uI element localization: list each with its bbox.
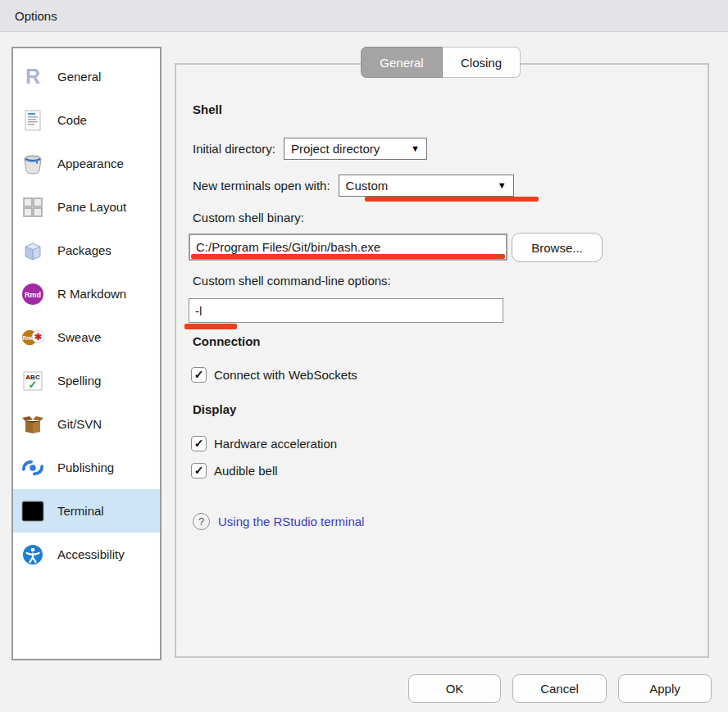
connection-heading: Connection — [193, 334, 261, 348]
ok-button[interactable]: OK — [408, 674, 501, 703]
sidebar-item-label: Code — [57, 113, 87, 127]
sidebar-item-pane-layout[interactable]: Pane Layout — [13, 185, 160, 229]
websockets-label: Connect with WebSockets — [214, 368, 357, 382]
browse-button[interactable]: Browse... — [512, 233, 603, 262]
sidebar-item-label: Publishing — [57, 460, 114, 474]
window-title: Options — [15, 9, 57, 23]
code-document-icon — [21, 109, 44, 132]
sidebar-item-publishing[interactable]: Publishing — [13, 446, 160, 489]
sidebar-item-label: Terminal — [57, 504, 104, 518]
audible-bell-label: Audible bell — [214, 464, 278, 478]
custom-options-input[interactable] — [189, 298, 503, 323]
sidebar-item-git-svn[interactable]: Git/SVN — [13, 402, 160, 446]
sidebar-item-appearance[interactable]: Appearance — [13, 142, 160, 185]
chevron-down-icon: ▼ — [411, 143, 420, 153]
initial-directory-select[interactable]: Project directory ▼ — [284, 138, 427, 160]
sweave-icon: Rnw ✱ — [21, 326, 44, 349]
tab-closing[interactable]: Closing — [443, 47, 521, 78]
rstudio-terminal-help-link[interactable]: Using the RStudio terminal — [218, 515, 364, 528]
initial-directory-row: Initial directory: Project directory ▼ — [193, 137, 427, 160]
terminal-options-panel: Shell Initial directory: Project directo… — [175, 63, 709, 658]
sidebar-item-packages[interactable]: Packages — [13, 229, 160, 272]
svg-text:✓: ✓ — [29, 379, 38, 391]
sidebar-item-label: Accessibility — [57, 547, 125, 561]
sidebar-item-sweave[interactable]: Rnw ✱ Sweave — [13, 315, 160, 359]
red-underline-annotation — [184, 324, 237, 329]
audible-bell-row: ✓ Audible bell — [191, 461, 278, 479]
accessibility-icon — [21, 543, 44, 566]
git-svn-box-icon — [21, 413, 44, 436]
publishing-icon — [21, 456, 44, 479]
sidebar-item-terminal[interactable]: Terminal — [13, 489, 160, 533]
terminal-icon — [21, 500, 44, 523]
help-icon: ? — [193, 513, 210, 530]
sidebar-item-label: Packages — [57, 243, 111, 257]
sidebar-item-label: Appearance — [57, 156, 124, 170]
sidebar-item-label: Git/SVN — [57, 417, 102, 431]
initial-directory-label: Initial directory: — [193, 142, 275, 156]
chevron-down-icon: ▼ — [498, 180, 507, 190]
paint-bucket-icon — [21, 152, 44, 175]
custom-binary-label-row: Custom shell binary: — [193, 211, 304, 224]
red-underline-annotation — [365, 197, 539, 202]
sidebar-item-label: General — [57, 70, 101, 84]
display-heading: Display — [193, 402, 236, 416]
new-terminals-label: New terminals open with: — [193, 179, 330, 193]
checkmark-icon: ✓ — [194, 464, 204, 477]
svg-text:Rmd: Rmd — [25, 291, 41, 299]
red-underline-annotation — [191, 254, 505, 259]
package-cube-icon — [21, 239, 44, 262]
r-logo-icon: R — [21, 66, 44, 88]
sidebar-item-r-markdown[interactable]: Rmd R Markdown — [13, 272, 160, 315]
custom-options-label: Custom shell command-line options: — [193, 274, 391, 288]
custom-binary-label: Custom shell binary: — [193, 211, 304, 224]
pane-grid-icon — [21, 196, 44, 219]
apply-button[interactable]: Apply — [618, 674, 712, 703]
custom-options-label-row: Custom shell command-line options: — [193, 274, 391, 288]
sidebar-item-general[interactable]: R General — [13, 55, 160, 98]
sidebar-item-label: Spelling — [57, 374, 101, 388]
sidebar-item-accessibility[interactable]: Accessibility — [13, 533, 160, 576]
title-bar: Options — [0, 0, 728, 32]
audible-bell-checkbox[interactable]: ✓ — [191, 463, 207, 478]
checkmark-icon: ✓ — [194, 368, 204, 381]
sidebar-item-label: R Markdown — [57, 287, 126, 301]
new-terminals-row: New terminals open with: Custom ▼ — [193, 174, 514, 197]
websockets-row: ✓ Connect with WebSockets — [191, 365, 357, 383]
svg-text:✱: ✱ — [34, 332, 43, 342]
new-terminals-select[interactable]: Custom ▼ — [339, 175, 514, 197]
checkmark-icon: ✓ — [194, 437, 204, 450]
rmarkdown-icon: Rmd — [21, 283, 44, 306]
sidebar-item-code[interactable]: Code — [13, 98, 160, 142]
sidebar-item-label: Sweave — [57, 330, 101, 344]
tab-general[interactable]: General — [361, 47, 443, 78]
cancel-button[interactable]: Cancel — [512, 674, 607, 703]
sidebar-item-spelling[interactable]: ABC ✓ Spelling — [13, 359, 160, 402]
sidebar-item-label: Pane Layout — [57, 200, 126, 214]
spelling-abc-icon: ABC ✓ — [21, 370, 44, 392]
hardware-row: ✓ Hardware acceleration — [191, 434, 337, 452]
websockets-checkbox[interactable]: ✓ — [191, 367, 207, 383]
category-sidebar: R General Code — [11, 47, 162, 660]
hardware-acceleration-label: Hardware acceleration — [214, 437, 337, 451]
terminal-tabs: General Closing — [361, 47, 521, 78]
shell-heading: Shell — [193, 102, 222, 116]
help-row: ? Using the RStudio terminal — [193, 513, 364, 530]
hardware-acceleration-checkbox[interactable]: ✓ — [191, 436, 207, 451]
